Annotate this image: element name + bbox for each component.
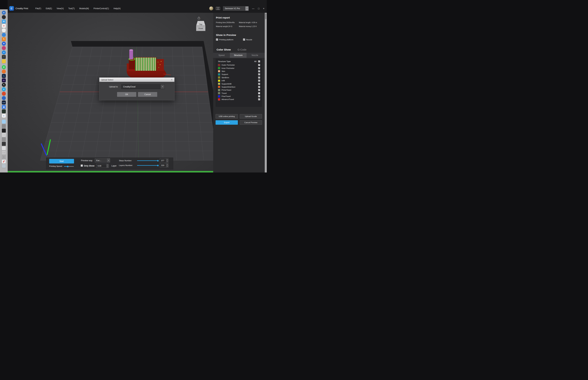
light-file-icon[interactable] <box>2 146 6 150</box>
launchpad-app-icon[interactable] <box>2 59 6 63</box>
structure-row-checkbox[interactable] <box>258 73 260 75</box>
subtab[interactable]: Nozzle <box>247 53 263 58</box>
search-app-icon[interactable] <box>2 96 6 100</box>
structure-row-checkbox[interactable] <box>258 86 260 88</box>
camera-app-icon[interactable] <box>2 15 6 19</box>
lightroom-app-icon[interactable]: Lrc <box>2 100 6 104</box>
dark-file-icon[interactable] <box>2 129 6 133</box>
appstore-app-icon[interactable]: A <box>2 51 6 55</box>
structure-all-checkbox[interactable] <box>258 60 260 62</box>
layers-number-slider[interactable] <box>137 165 158 166</box>
terminal-app-icon[interactable] <box>2 109 6 113</box>
spinner-up-icon[interactable]: ▲ <box>166 163 169 165</box>
mail-app-icon[interactable]: ✉ <box>2 19 6 23</box>
menu-item[interactable]: View(V) <box>57 7 64 10</box>
structure-row-checkbox[interactable] <box>258 70 260 72</box>
photoshop-app-icon[interactable]: Ps <box>2 74 6 78</box>
structure-row-checkbox[interactable] <box>258 76 260 78</box>
trash-icon[interactable] <box>2 164 6 168</box>
slider-knob[interactable] <box>157 160 159 161</box>
usb-online-printing-button[interactable]: USB online printing <box>216 114 238 118</box>
spinner-down-icon[interactable]: ▼ <box>166 165 169 167</box>
spinner-down-icon[interactable]: ▼ <box>107 166 109 168</box>
only-show-checkbox[interactable] <box>81 165 83 167</box>
striped-file-icon[interactable]: ≡ <box>2 155 6 159</box>
view-cube-top-face[interactable]: Top <box>196 21 205 26</box>
image-file-icon[interactable] <box>2 124 6 128</box>
telegram-app-icon[interactable]: ➤ <box>2 87 6 91</box>
menu-item[interactable]: Edit(E) <box>46 7 52 10</box>
structure-row-checkbox[interactable] <box>258 95 260 97</box>
ok-button[interactable]: OK <box>117 92 136 97</box>
structure-row-checkbox[interactable] <box>258 64 260 66</box>
lightblue-app-icon[interactable] <box>2 120 6 124</box>
map-icon[interactable] <box>216 7 220 10</box>
spinner-up-icon[interactable]: ▲ <box>107 164 109 166</box>
structure-row-checkbox[interactable] <box>258 92 260 94</box>
printing-speed-slider[interactable] <box>64 166 74 167</box>
structure-row-checkbox[interactable] <box>258 80 260 82</box>
close-button[interactable]: × <box>263 7 265 10</box>
raspberry-app-icon[interactable] <box>2 46 6 50</box>
menu-item[interactable]: File(F) <box>35 7 41 10</box>
minimize-button[interactable]: — <box>252 7 254 10</box>
printer-select-dropdown[interactable]: Sermoon V1 Pro ▼ <box>223 6 248 11</box>
render-globe-icon[interactable] <box>209 6 213 10</box>
structure-row-checkbox[interactable] <box>258 89 260 91</box>
dark-image-file-icon[interactable] <box>2 142 6 146</box>
tab-gcode[interactable]: G-Code <box>238 48 247 51</box>
start-button[interactable]: Start <box>49 159 74 163</box>
cancel-preview-button[interactable]: Cancel Preview <box>240 120 262 125</box>
steps-number-spinner[interactable]: 377 ▲ ▼ <box>160 158 169 163</box>
preview-option-checkbox[interactable] <box>243 38 245 41</box>
subtab[interactable]: Structure <box>230 53 247 58</box>
tab-color-show[interactable]: Color Show <box>217 48 231 51</box>
creality-print-app-icon[interactable]: C <box>2 114 6 118</box>
structure-row-checkbox[interactable] <box>258 98 260 100</box>
sketch-pen-app-icon[interactable]: ✎ <box>2 83 6 87</box>
layers-number-spinner[interactable]: 319 ▲ ▼ <box>160 163 169 167</box>
whatsapp-app-icon[interactable]: ✆ <box>2 65 6 69</box>
structure-row-checkbox[interactable] <box>258 83 260 85</box>
preview-option-checkbox[interactable] <box>216 38 218 41</box>
menu-item[interactable]: Help(H) <box>114 7 120 10</box>
browser-app-icon[interactable] <box>2 33 6 37</box>
notes-app-icon[interactable] <box>2 28 6 32</box>
scrollbar-thumb[interactable] <box>265 13 266 19</box>
view-cube[interactable]: Top Front <box>196 21 205 31</box>
menu-item[interactable]: PrinterControl(C) <box>94 7 109 10</box>
home-view-icon[interactable]: ⌂ <box>198 15 200 20</box>
orange-swirl-app-icon[interactable] <box>2 70 6 74</box>
slider-knob[interactable] <box>67 166 69 167</box>
cancel-button[interactable]: Cancel <box>138 92 157 97</box>
upload-target-dropdown[interactable]: CrealityCloud ▼ <box>121 84 165 89</box>
colorful-browser-app-icon[interactable] <box>2 92 6 95</box>
preview-way-dropdown[interactable]: Eac... ▼ <box>95 158 110 162</box>
maximize-button[interactable]: □ <box>258 7 259 10</box>
video-app-icon[interactable]: ▣ <box>2 105 6 109</box>
dotted-file-icon[interactable]: ⋮⋮ <box>2 151 6 155</box>
steps-number-slider[interactable] <box>137 160 158 161</box>
spinner-down-icon[interactable]: ▼ <box>166 161 169 163</box>
dialog-titlebar[interactable]: Upload Select ✕ <box>99 77 174 82</box>
premiere-app-icon[interactable]: Pr <box>2 78 6 82</box>
menu-item[interactable]: Models(M) <box>79 7 89 10</box>
calculator-app-icon[interactable]: = <box>2 55 6 59</box>
spinner-up-icon[interactable]: ▲ <box>166 158 169 161</box>
export-button[interactable]: Export <box>216 120 238 125</box>
subtab[interactable]: Speed <box>213 53 230 58</box>
pen-app-icon[interactable]: ✎ <box>2 37 6 41</box>
menu-item[interactable]: Tool(T) <box>68 7 75 10</box>
view-cube-front-face[interactable]: Front <box>196 26 205 31</box>
maps-app-icon[interactable]: ➤ <box>2 11 6 15</box>
grid-file-icon[interactable]: ⋮⋮ <box>2 133 6 137</box>
red-white-file-icon[interactable]: ▞ <box>2 160 6 163</box>
dialog-close-icon[interactable]: ✕ <box>171 78 173 81</box>
upload-gcode-button[interactable]: Upload Gcode <box>240 114 262 118</box>
flower-app-icon[interactable]: ✿ <box>2 42 6 46</box>
slider-knob[interactable] <box>157 165 159 166</box>
only-show-spinner[interactable]: 0.00 ▲ ▼ <box>96 164 109 168</box>
gray-file-icon[interactable] <box>2 137 6 141</box>
structure-row-checkbox[interactable] <box>258 67 260 69</box>
calendar-app-icon[interactable]: 30 <box>2 24 6 28</box>
